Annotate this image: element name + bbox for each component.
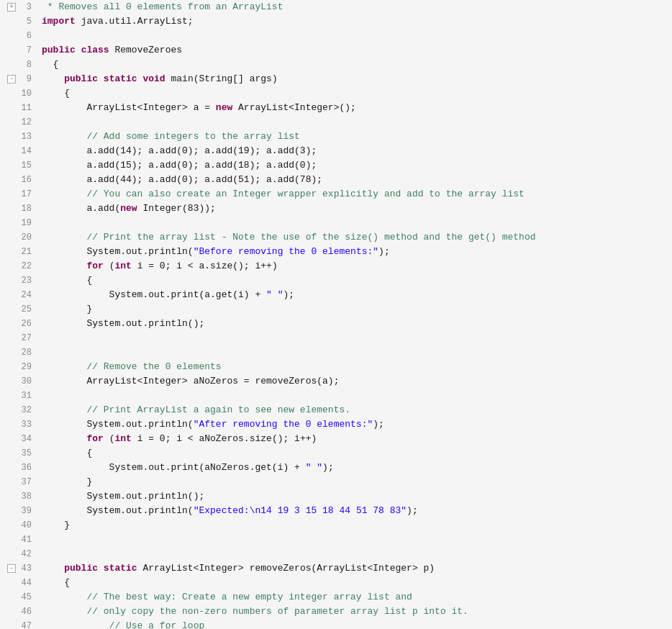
line-gutter: 35 [0,446,36,461]
code-token: } [42,476,92,487]
line-number: 45 [17,591,32,604]
fold-button[interactable]: + [7,3,16,12]
code-token: for [86,433,103,444]
code-token: { [42,88,70,99]
line-number: 28 [17,346,32,359]
code-line: 47 // Use a for loop [0,619,672,629]
line-number: 42 [17,548,32,561]
line-gutter: 39 [0,504,36,518]
code-token: ( [104,433,115,444]
line-code: { [36,86,672,101]
code-token: System.out.println( [42,419,194,430]
line-code: public static void main(String[] args) [36,72,672,86]
line-gutter: +3 [0,0,36,14]
fold-button[interactable]: - [7,564,16,573]
line-code [36,533,672,547]
line-code [36,389,672,403]
line-number: 37 [17,476,32,489]
line-gutter: 12 [0,115,36,130]
code-line: 5import java.util.ArrayList; [0,14,672,29]
code-token: void [142,73,165,84]
line-code: System.out.println(); [36,489,672,504]
line-gutter: -9 [0,72,36,86]
code-token: // The best way: Create a new empty inte… [42,592,412,602]
code-token: a.add(44); a.add(0); a.add(51); a.add(78… [42,174,322,185]
code-line: 13 // Add some integers to the array lis… [0,130,672,144]
line-number: 21 [17,245,32,258]
code-line: 25 } [0,302,672,317]
code-token: new [120,203,137,214]
line-number: 14 [17,145,32,158]
code-line: 22 for (int i = 0; i < a.size(); i++) [0,259,672,273]
code-line: 46 // only copy the non-zero numbers of … [0,605,672,619]
line-code: // The best way: Create a new empty inte… [36,590,672,605]
code-token: i = 0; i < aNoZeros.size(); i++) [132,433,317,444]
line-number: 32 [17,404,32,417]
line-number: 30 [17,375,32,388]
code-token: { [42,448,92,458]
code-token: static [104,563,137,574]
line-code: System.out.println("After removing the 0… [36,417,672,432]
code-line: 31 [0,389,672,403]
code-token: { [42,275,92,286]
code-line: 38 System.out.println(); [0,489,672,504]
code-line: 15 a.add(15); a.add(0); a.add(18); a.add… [0,158,672,173]
code-token: { [42,577,70,588]
code-line: 19 [0,216,672,230]
code-token: main(String[] args) [165,73,278,84]
line-code: System.out.println("Before removing the … [36,245,672,259]
code-line: 26 System.out.println(); [0,317,672,331]
code-token [76,45,81,55]
line-gutter: 45 [0,590,36,605]
line-code: { [36,273,672,288]
code-editor[interactable]: +3 * Removes all 0 elements from an Arra… [0,0,672,629]
line-code: { [36,446,672,461]
code-token: ArrayList<Integer> removeZeros(ArrayList… [137,563,435,574]
fold-button[interactable]: - [7,75,16,83]
code-token: System.out.println( [42,246,194,257]
line-gutter: 41 [0,533,36,547]
code-line: 17 // You can also create an Integer wra… [0,187,672,202]
line-code [36,547,672,561]
line-code: * Removes all 0 elements from an ArrayLi… [36,0,672,14]
code-line: 6 [0,29,672,43]
line-number: 39 [17,504,32,517]
line-code: // Print the array list - Note the use o… [36,230,672,245]
line-gutter: 7 [0,43,36,58]
line-gutter: 32 [0,403,36,417]
line-gutter: 16 [0,173,36,187]
line-code: // Add some integers to the array list [36,130,672,144]
code-line: 36 System.out.print(aNoZeros.get(i) + " … [0,461,672,475]
code-line: 10 { [0,86,672,101]
code-token: public [64,73,98,84]
code-line: 45 // The best way: Create a new empty i… [0,590,672,605]
code-token: " " [266,289,283,300]
code-token: int [114,433,131,444]
code-line: 37 } [0,475,672,489]
line-gutter: 44 [0,576,36,590]
line-number: 11 [17,101,32,114]
line-code: // Remove the 0 elements [36,360,672,374]
code-token: RemoveZeroes [109,45,182,55]
code-token: a.add( [42,203,120,214]
line-number: 33 [17,418,32,431]
code-token: // Remove the 0 elements [42,361,222,372]
line-gutter: 5 [0,14,36,29]
line-gutter: 11 [0,101,36,115]
code-token: * Removes all 0 elements from an ArrayLi… [42,1,283,12]
code-line: 12 [0,115,672,130]
code-token: // You can also create an Integer wrappe… [42,189,525,199]
code-line: 32 // Print ArrayList a again to see new… [0,403,672,417]
line-code: for (int i = 0; i < a.size(); i++) [36,259,672,273]
code-line: 39 System.out.println("Expected:\n14 19 … [0,504,672,518]
line-number: 12 [17,116,32,129]
line-gutter: 25 [0,302,36,317]
line-gutter: 31 [0,389,36,403]
line-gutter: 22 [0,259,36,273]
code-token [42,563,64,574]
line-gutter: 37 [0,475,36,489]
line-code: public class RemoveZeroes [36,43,672,58]
line-gutter: 10 [0,86,36,101]
line-code: public static ArrayList<Integer> removeZ… [36,561,672,576]
line-code: for (int i = 0; i < aNoZeros.size(); i++… [36,432,672,446]
